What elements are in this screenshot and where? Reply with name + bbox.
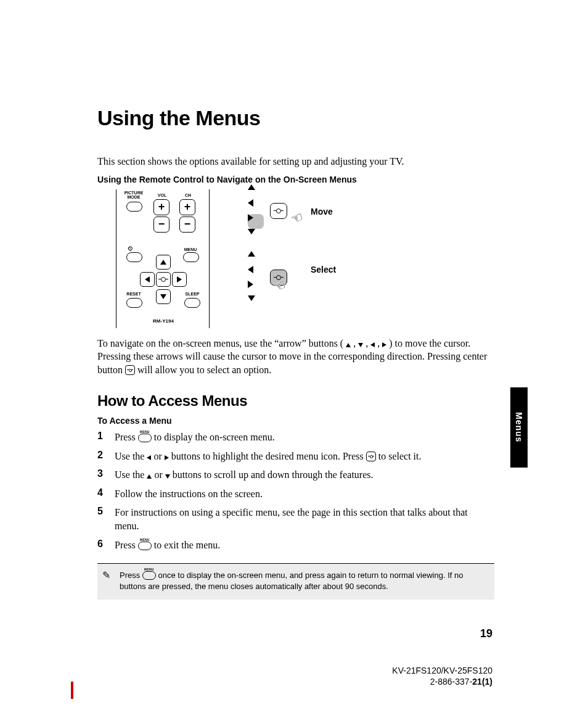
access-heading: How to Access Menus: [97, 392, 494, 410]
remote-arrow-down: [156, 289, 171, 304]
page-number: 19: [480, 627, 492, 640]
step-num: 3: [97, 468, 115, 479]
remote-model: RM-Y194: [150, 319, 177, 324]
sep: ,: [363, 338, 370, 349]
step-text: Press to display the on-screen menu.: [115, 431, 494, 444]
label-menu: MENU: [183, 247, 198, 252]
label-reset: RESET: [125, 292, 142, 296]
step-text: For instructions on using a specific men…: [115, 506, 494, 534]
step-row: 2 Use the or buttons to highlight the de…: [97, 450, 494, 463]
sep: ,: [375, 338, 382, 349]
move-center-icon: [270, 203, 287, 219]
button-ch-up: +: [179, 199, 195, 215]
intro-paragraph: This section shows the options available…: [97, 155, 494, 168]
button-menu-remote: [183, 252, 199, 262]
footer-doc: 2-886-337-21(1): [392, 676, 492, 687]
arrow-down-icon: [358, 343, 363, 347]
button-picture-mode: [126, 202, 142, 212]
step-row: 1 Press to display the on-screen menu.: [97, 431, 494, 444]
menu-button-icon: [138, 434, 152, 442]
arrow-right-icon: [382, 342, 386, 347]
step-num: 2: [97, 450, 115, 461]
label-ch: CH: [182, 193, 194, 197]
label-vol: VOL: [156, 193, 168, 197]
button-timer: [126, 252, 142, 262]
arrow-up-icon: [346, 343, 351, 347]
center-button-icon: [366, 452, 376, 461]
nav-para-part3: will allow you to select an option.: [137, 365, 271, 375]
select-down-icon: [248, 295, 264, 310]
page-title: Using the Menus: [97, 106, 494, 130]
access-sub: To Access a Menu: [97, 416, 494, 426]
footer-block: KV-21FS120/KV-25FS120 2-886-337-21(1): [392, 665, 492, 687]
remote-arrow-left: [140, 272, 155, 287]
step-text: Use the or buttons to scroll up and down…: [115, 468, 494, 482]
menu-button-icon: [142, 571, 156, 580]
note-post: once to display the on-screen menu, and …: [120, 571, 463, 591]
section-tab: Menus: [510, 387, 528, 468]
note-pre: Press: [120, 571, 142, 580]
remote-body: PICTURE MODE VOL CH + − + − ⏲ MENU: [116, 189, 210, 328]
timer-icon: ⏲: [128, 246, 133, 252]
select-up-icon: [248, 251, 264, 266]
section-tab-label: Menus: [514, 412, 524, 442]
button-reset: [126, 298, 142, 308]
button-sleep: [184, 298, 200, 308]
nav-para-part1: To navigate on the on-screen menus, use …: [97, 338, 343, 349]
step-row: 6 Press to exit the menu.: [97, 538, 494, 552]
step-text: Press to exit the menu.: [115, 538, 494, 552]
arrow-down-icon: [165, 474, 170, 479]
step-num: 6: [97, 538, 115, 550]
note-pencil-icon: ✎: [102, 569, 110, 582]
note-box: ✎ Press once to display the on-screen me…: [97, 563, 494, 600]
dpad-select: ☜: [248, 251, 309, 307]
step-text: Use the or buttons to highlight the desi…: [115, 450, 494, 463]
label-sleep: SLEEP: [184, 292, 200, 296]
move-right-icon: [248, 214, 264, 229]
step-num: 4: [97, 487, 115, 498]
remote-arrow-right: [172, 272, 187, 287]
arrow-up-icon: [147, 474, 152, 479]
figure-label-select: Select: [311, 265, 336, 274]
figure-label-move: Move: [311, 207, 333, 217]
hand-cursor-icon: ☜: [288, 208, 306, 228]
select-left-icon: [248, 266, 264, 281]
center-button-icon: [125, 365, 135, 375]
remote-nav-heading: Using the Remote Control to Navigate on …: [97, 175, 494, 184]
step-row: 4 Follow the instructions on the screen.: [97, 487, 494, 501]
steps-list: 1 Press to display the on-screen menu. 2…: [97, 431, 494, 552]
label-picture-mode: PICTURE MODE: [123, 191, 145, 199]
footer-model: KV-21FS120/KV-25FS120: [392, 665, 492, 676]
button-ch-down: −: [179, 217, 195, 233]
sep: ,: [351, 338, 358, 349]
button-vol-up: +: [153, 199, 169, 215]
move-left-icon: [248, 199, 264, 214]
select-right-icon: [248, 281, 264, 295]
step-num: 1: [97, 431, 115, 442]
page-content: Using the Menus This section shows the o…: [97, 106, 494, 600]
left-margin-redbar: [71, 682, 73, 699]
dpad-move: ☜: [248, 184, 309, 240]
step-text: Follow the instructions on the screen.: [115, 487, 494, 501]
step-row: 3 Use the or buttons to scroll up and do…: [97, 468, 494, 482]
arrow-right-icon: [165, 455, 169, 460]
button-vol-down: −: [153, 217, 169, 233]
remote-figure: PICTURE MODE VOL CH + − + − ⏲ MENU: [116, 189, 362, 328]
step-num: 5: [97, 506, 115, 517]
move-down-icon: [248, 229, 264, 244]
remote-arrow-up: [156, 255, 171, 270]
manual-page: Menus Using the Menus This section shows…: [0, 0, 588, 726]
step-row: 5 For instructions on using a specific m…: [97, 506, 494, 534]
arrow-left-icon: [147, 455, 151, 460]
move-up-icon: [248, 184, 264, 199]
nav-paragraph: To navigate on the on-screen menus, use …: [97, 337, 494, 377]
menu-button-icon: [138, 542, 152, 550]
remote-center-button: [156, 272, 171, 287]
